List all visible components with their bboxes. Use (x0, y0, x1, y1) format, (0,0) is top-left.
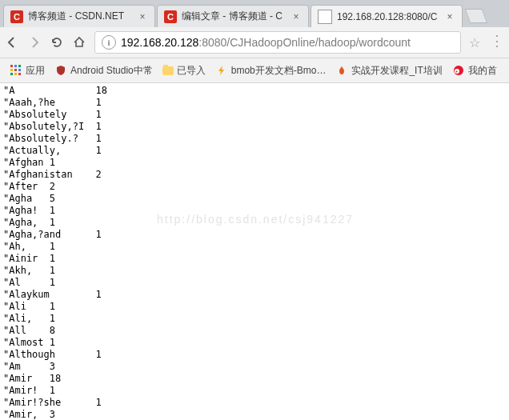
close-icon[interactable]: × (291, 11, 302, 22)
home-button[interactable] (72, 35, 86, 50)
wordcount-row: "Agha, 1 (3, 217, 506, 229)
bookmark-label: Android Studio中常 (70, 64, 153, 78)
svg-point-11 (455, 71, 457, 73)
close-icon[interactable]: × (444, 11, 455, 22)
tab-title: 编辑文章 - 博客频道 - C (182, 10, 287, 23)
wordcount-row: "Ali 1 (3, 301, 506, 313)
back-button[interactable] (5, 35, 19, 50)
svg-rect-6 (10, 73, 13, 75)
weibo-icon (452, 64, 465, 77)
wordcount-row: "Ah, 1 (3, 241, 506, 253)
svg-rect-7 (14, 73, 17, 75)
svg-rect-2 (18, 65, 21, 67)
wordcount-row: "Agha,?and 1 (3, 229, 506, 241)
bookmark-item[interactable]: 我的首 (447, 62, 502, 79)
wordcount-row: "Absolutely.? 1 (3, 133, 506, 145)
bookmark-label: bmob开发文档-Bmo… (231, 64, 327, 78)
close-icon[interactable]: × (137, 11, 148, 22)
bookmark-label: 已导入 (177, 64, 206, 78)
wordcount-row: "Al 1 (3, 277, 506, 289)
svg-rect-3 (10, 69, 13, 71)
flame-icon (335, 64, 348, 77)
bookmark-item[interactable]: Android Studio中常 (50, 62, 158, 79)
shield-icon (54, 64, 67, 77)
svg-rect-0 (10, 65, 13, 67)
svg-rect-5 (18, 69, 21, 71)
wordcount-row: "Am 3 (3, 361, 506, 373)
csdn-icon: C (10, 10, 23, 23)
page-content: http://blog.csdn.net/csj941227 "A 18"Aaa… (0, 83, 509, 420)
reload-button[interactable] (50, 35, 64, 50)
bookmark-label: 我的首 (468, 64, 497, 78)
page-icon (318, 10, 332, 24)
toolbar: i 192.168.20.128:8080/CJHadoopOnline/had… (0, 27, 509, 58)
svg-rect-1 (14, 65, 17, 67)
menu-icon[interactable]: ⋮ (490, 35, 504, 50)
wordcount-row: "Amir, 3 (3, 409, 506, 420)
browser-tab[interactable]: C编辑文章 - 博客频道 - C× (157, 5, 309, 27)
wordcount-row: "Afghan 1 (3, 157, 506, 169)
bolt-icon (215, 64, 228, 77)
browser-tab[interactable]: C博客频道 - CSDN.NET× (3, 5, 155, 27)
url-host: 192.168.20.128 (121, 36, 198, 49)
wordcount-row: "Actually, 1 (3, 145, 506, 157)
svg-rect-4 (14, 69, 17, 71)
address-bar[interactable]: i 192.168.20.128:8080/CJHadoopOnline/had… (94, 31, 461, 54)
tab-title: 192.168.20.128:8080/C (337, 11, 441, 22)
bookmark-label: 应用 (26, 64, 45, 78)
bookmarks-bar: 应用Android Studio中常已导入bmob开发文档-Bmo…实战开发课程… (0, 58, 509, 83)
wordcount-row: "After 2 (3, 181, 506, 193)
browser-tab[interactable]: 192.168.20.128:8080/C× (311, 5, 463, 27)
wordcount-row: "Almost 1 (3, 337, 506, 349)
wordcount-row: "Aaah,?he 1 (3, 97, 506, 109)
wordcount-row: "Agha 5 (3, 193, 506, 205)
tab-strip: C博客频道 - CSDN.NET×C编辑文章 - 博客频道 - C×192.16… (0, 0, 509, 27)
wordcount-row: "Although 1 (3, 349, 506, 361)
wordcount-row: "A 18 (3, 85, 506, 97)
forward-button[interactable] (27, 35, 42, 50)
apps-icon (10, 64, 22, 77)
bookmark-item[interactable]: 应用 (5, 62, 50, 79)
wordcount-row: "Afghanistan 2 (3, 169, 506, 181)
bookmark-item[interactable]: 实战开发课程_IT培训 (331, 62, 447, 79)
site-info-icon[interactable]: i (102, 35, 116, 50)
bookmark-star-icon[interactable]: ☆ (469, 35, 480, 50)
tab-title: 博客频道 - CSDN.NET (28, 10, 134, 23)
svg-rect-8 (18, 73, 21, 75)
wordcount-row: "Absolutely,?I 1 (3, 121, 506, 133)
csdn-icon: C (164, 10, 177, 23)
bookmark-item[interactable]: 已导入 (158, 62, 210, 79)
bookmark-label: 实战开发课程_IT培训 (351, 64, 442, 78)
wordcount-row: "Absolutely 1 (3, 109, 506, 121)
new-tab-button[interactable] (465, 9, 488, 23)
wordcount-row: "Ainir 1 (3, 253, 506, 265)
url-path: :8080/CJHadoopOnline/hadoop/wordcount (198, 36, 411, 49)
wordcount-row: "All 8 (3, 325, 506, 337)
wordcount-row: "Amir 18 (3, 373, 506, 385)
wordcount-row: "Amir! 1 (3, 385, 506, 397)
wordcount-row: "Akh, 1 (3, 265, 506, 277)
wordcount-row: "Ali, 1 (3, 313, 506, 325)
folder-icon (162, 66, 174, 75)
wordcount-row: "Alaykum 1 (3, 289, 506, 301)
wordcount-row: "Amir!?she 1 (3, 397, 506, 409)
bookmark-item[interactable]: bmob开发文档-Bmo… (210, 62, 331, 79)
wordcount-row: "Agha! 1 (3, 205, 506, 217)
